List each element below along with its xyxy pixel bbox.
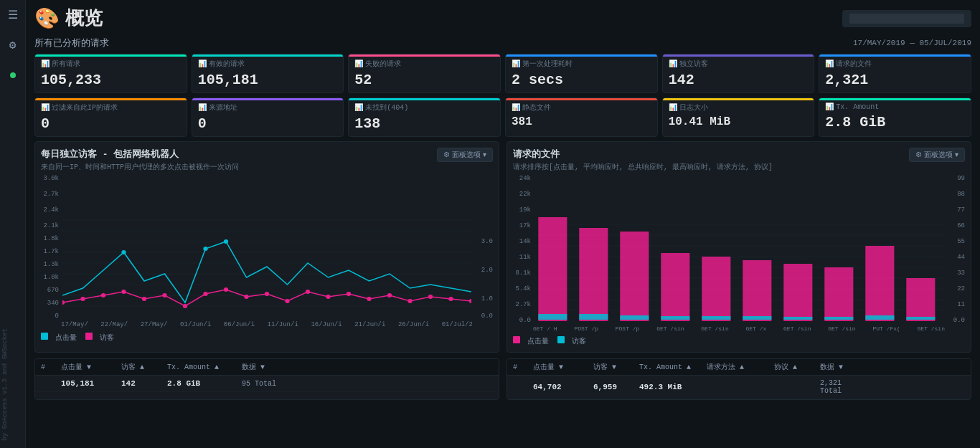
status-dot — [5, 67, 21, 83]
svg-rect-50 — [865, 246, 894, 321]
svg-rect-51 — [906, 278, 935, 321]
svg-rect-56 — [702, 316, 730, 320]
page-title: 🎨 概览 — [34, 6, 103, 31]
td-hits: 105,181 — [61, 379, 118, 388]
svg-rect-46 — [702, 257, 730, 321]
td-tx: 2.8 GiB — [167, 379, 239, 388]
chart-icon: 📊 — [512, 103, 520, 112]
stat-label: 📊 失败的请求 — [354, 59, 494, 69]
svg-point-24 — [367, 297, 371, 301]
stat-value: 0 — [41, 115, 181, 132]
chart-subtitle: 请求排序按[点击量, 平均响应时, 总共响应时, 最高响应时, 请求方法, 协议… — [513, 162, 773, 172]
section-title: 所有已分析的请求 — [34, 37, 109, 49]
stat-value: 2 secs — [512, 72, 651, 88]
stat-label: 📊 有效的请求 — [198, 59, 338, 69]
svg-rect-61 — [906, 317, 935, 320]
svg-point-15 — [183, 304, 187, 308]
header: 🎨 概览 — [34, 6, 971, 31]
stat-label: 📊 请求的文件 — [825, 59, 965, 69]
legend-hits: 点击量 — [513, 336, 549, 346]
table-header-left: # 点击量 ▼ 访客 ▲ Tx. Amount ▲ 数据 ▼ — [41, 362, 493, 372]
stat-valid-requests: 📊 有效的请求 105,181 — [192, 54, 344, 93]
user-info-text — [849, 14, 964, 24]
chart-icon: 📊 — [354, 59, 363, 68]
svg-point-10 — [80, 297, 85, 301]
panel-options-button[interactable]: ⚙ 面板选项 ▾ — [909, 148, 965, 162]
td-hits: 64,702 — [533, 383, 590, 391]
svg-rect-58 — [783, 317, 812, 320]
th-protocol[interactable]: 协议 ▲ — [774, 362, 817, 372]
th-data[interactable]: 数据 ▼ — [242, 362, 285, 372]
svg-point-22 — [326, 295, 330, 299]
by-label: by GoAccess v1.3 and GWSocket — [1, 328, 9, 441]
table-visitors: # 点击量 ▼ 访客 ▲ Tx. Amount ▲ 数据 ▼ 105,181 1… — [34, 358, 499, 400]
stat-value: 142 — [669, 72, 809, 88]
x-axis-labels: GET / H POST /p POST /p GET /sin GET /si… — [533, 324, 945, 333]
chart-title: 请求的文件 — [513, 148, 773, 161]
svg-point-20 — [285, 299, 289, 303]
th-tx[interactable]: Tx. Amount ▲ — [639, 363, 704, 371]
stat-value: 0 — [198, 115, 338, 132]
chart-icon: 📊 — [669, 103, 677, 112]
th-data[interactable]: 数据 ▼ — [820, 362, 863, 372]
main-content: 🎨 概览 所有已分析的请求 17/MAY/2019 — 05/JUL/2019 … — [26, 0, 980, 448]
th-hits[interactable]: 点击量 ▼ — [61, 362, 118, 372]
stat-unique-visitors: 📊 独立访客 142 — [662, 54, 815, 93]
stat-label: 📊 静态文件 — [512, 103, 651, 113]
svg-point-18 — [244, 295, 248, 299]
td-visitors: 6,959 — [593, 383, 636, 391]
svg-rect-60 — [865, 315, 894, 320]
tables-row: # 点击量 ▼ 访客 ▲ Tx. Amount ▲ 数据 ▼ 105,181 1… — [34, 358, 971, 400]
hits-color-dot — [513, 336, 520, 343]
chart-legend: 点击量 访客 — [513, 336, 965, 346]
table-header-right: # 点击量 ▼ 访客 ▼ Tx. Amount ▲ 请求方法 ▲ 协议 ▲ 数据… — [513, 362, 965, 372]
visitors-color-dot — [85, 333, 93, 340]
line-chart-left — [62, 209, 471, 317]
stat-label: 📊 过滤来自此IP的请求 — [41, 103, 181, 113]
stat-value: 105,233 — [41, 72, 181, 88]
th-visitors[interactable]: 访客 ▲ — [121, 362, 164, 372]
th-method[interactable]: 请求方法 ▲ — [707, 362, 771, 372]
svg-point-32 — [203, 247, 207, 251]
chart-legend: 点击量 访客 — [41, 333, 493, 343]
svg-point-31 — [224, 239, 228, 244]
svg-point-26 — [407, 299, 412, 303]
panel-options-button[interactable]: ⚙ 面板选项 ▾ — [437, 148, 493, 162]
stat-label: 📊 日志大小 — [669, 103, 809, 113]
td-tx: 492.3 MiB — [639, 383, 704, 391]
svg-point-29 — [469, 299, 471, 303]
th-num[interactable]: # — [513, 363, 530, 371]
chart-visitors: 每日独立访客 - 包括网络机器人 来自同一IP、时间和HTTP用户代理的多次点击… — [34, 141, 499, 353]
svg-rect-52 — [538, 314, 567, 320]
user-info — [842, 10, 971, 27]
stat-all-requests: 📊 所有请求 105,233 — [34, 54, 187, 93]
stat-value: 2,321 — [825, 72, 965, 88]
svg-rect-54 — [620, 315, 649, 320]
svg-point-17 — [224, 287, 228, 292]
dashboard-icon: 🎨 — [34, 6, 60, 31]
th-num[interactable]: # — [41, 363, 58, 371]
stat-label: 📊 独立访客 — [669, 59, 809, 69]
visitors-color-dot — [557, 336, 565, 343]
stat-not-found: 📊 未找到(404) 138 — [348, 97, 501, 137]
svg-point-25 — [387, 293, 392, 297]
svg-point-21 — [306, 290, 310, 294]
th-tx[interactable]: Tx. Amount ▲ — [167, 363, 239, 371]
page-title-text: 概览 — [65, 6, 103, 31]
chart-header: 请求的文件 请求排序按[点击量, 平均响应时, 总共响应时, 最高响应时, 请求… — [513, 148, 965, 172]
menu-icon[interactable]: ☰ — [5, 7, 21, 23]
svg-rect-49 — [824, 267, 853, 321]
stats-row-1: 📊 所有请求 105,233 📊 有效的请求 105,181 📊 失败的请求 5… — [34, 54, 971, 93]
th-visitors[interactable]: 访客 ▼ — [593, 362, 636, 372]
svg-rect-57 — [743, 316, 771, 320]
th-hits[interactable]: 点击量 ▼ — [533, 362, 590, 372]
settings-icon[interactable]: ⚙ — [5, 37, 21, 53]
stat-requested-files: 📊 请求的文件 2,321 — [819, 54, 971, 93]
svg-rect-48 — [783, 264, 812, 321]
svg-point-19 — [265, 292, 269, 296]
svg-rect-59 — [824, 317, 853, 320]
table-files: # 点击量 ▼ 访客 ▼ Tx. Amount ▲ 请求方法 ▲ 协议 ▲ 数据… — [507, 358, 971, 400]
svg-rect-44 — [620, 232, 649, 321]
td-visitors: 142 — [121, 379, 164, 388]
stat-value: 138 — [354, 115, 494, 132]
